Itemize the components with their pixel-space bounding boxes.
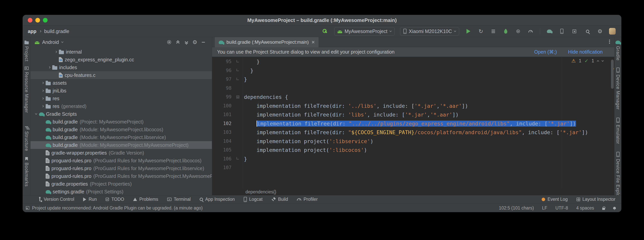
tree-item-assets[interactable]: assets	[30, 79, 212, 87]
tool-window-switcher-icon[interactable]	[26, 206, 29, 210]
tree-chevron[interactable]	[40, 106, 46, 107]
tool-window-button-build[interactable]: Build	[272, 197, 288, 202]
next-problem-button[interactable]	[602, 60, 604, 62]
tree-item-res-generated[interactable]: res(generated)	[30, 102, 212, 110]
tool-button-bookmarks[interactable]: Bookmarks	[24, 157, 29, 186]
avatar-button[interactable]	[608, 28, 616, 35]
editor-scrollbar[interactable]	[610, 57, 614, 188]
editor-options-button[interactable]	[609, 40, 610, 44]
tree-item-res[interactable]: res	[30, 94, 212, 102]
tree-chevron[interactable]	[46, 66, 52, 68]
upgrade-wrench-button[interactable]	[321, 28, 329, 35]
settings-button[interactable]: ⚙	[596, 28, 604, 35]
notifications-bell-icon[interactable]	[613, 207, 616, 209]
code-line-98[interactable]: 98	[212, 84, 614, 93]
expand-all-button[interactable]	[182, 39, 190, 46]
project-view-mode[interactable]: Android	[42, 40, 59, 45]
search-button[interactable]	[584, 28, 591, 35]
breadcrumb-file[interactable]: build.gradle	[44, 28, 69, 34]
tool-button-emulator[interactable]: Emulator	[615, 118, 620, 144]
scrollbar-thumb[interactable]	[611, 60, 614, 89]
tree-item-zego-express-engine-plugin-cc[interactable]: zego_express_engine_plugin.cc	[30, 56, 212, 64]
code-line-97[interactable]: 97}	[212, 75, 614, 84]
tree-item-gradle-wrapper-properties-gradle-version[interactable]: gradle-wrapper.properties(Gradle Version…	[30, 149, 212, 157]
lock-icon[interactable]	[602, 208, 605, 210]
tree-item-internal[interactable]: internal	[30, 48, 212, 56]
profile-list-button[interactable]	[490, 28, 497, 35]
passed-count[interactable]: 1	[592, 58, 594, 64]
tool-window-button-terminal[interactable]: Terminal	[167, 197, 191, 202]
hide-notification-link[interactable]: Hide notification	[568, 49, 603, 55]
tree-chevron[interactable]	[40, 90, 46, 92]
tree-item-proguard-rules-pro-proguard-rules-for-myawesomeproject-libcocos[interactable]: proguard-rules.pro(ProGuard Rules for My…	[30, 157, 212, 164]
editor-tab-build-gradle[interactable]: build.gradle (:MyAwesomeProject:main)	[215, 37, 318, 47]
tree-chevron[interactable]	[33, 114, 39, 114]
device-manager-button[interactable]	[558, 28, 566, 35]
tool-window-button-problems[interactable]: Problems	[133, 197, 158, 202]
line-ending[interactable]: LF	[542, 206, 547, 211]
restart-button[interactable]: ↻	[477, 28, 485, 35]
tool-window-button-app-inspection[interactable]: App Inspection	[200, 197, 235, 202]
profiler-gauge-button[interactable]	[527, 28, 534, 35]
open-project-structure-link[interactable]: Open (⌘;)	[534, 49, 557, 55]
tool-window-button-logcat[interactable]: Logcat	[244, 197, 262, 202]
tree-item-jnilibs[interactable]: jniLibs	[30, 87, 212, 94]
close-icon[interactable]	[312, 40, 314, 44]
tree-chevron[interactable]	[40, 82, 46, 84]
code-line-102[interactable]: 102 implementation fileTree(dir: "../../…	[212, 119, 614, 128]
tree-item-settings-gradle-project-settings[interactable]: settings.gradle(Project Settings)	[30, 188, 212, 195]
tree-item-cpu-features-c[interactable]: cpu-features.c	[30, 71, 212, 79]
locate-button[interactable]	[165, 39, 174, 46]
debug-bug-button[interactable]	[502, 28, 510, 35]
close-button[interactable]	[28, 18, 32, 22]
collapse-all-button[interactable]	[174, 39, 182, 46]
tool-window-button-layout-inspector[interactable]: Layout Inspector	[576, 197, 616, 202]
tool-window-button-event-log[interactable]: Event Log	[542, 197, 568, 202]
tool-button-device-manager[interactable]: Device Manager	[615, 68, 620, 110]
tree-item-build-gradle-module-myawesomeproject-myawesomeproject[interactable]: build.gradle(Module: MyAwesomeProject.My…	[30, 141, 212, 149]
zoom-button[interactable]	[43, 18, 48, 22]
tree-item-proguard-rules-pro-proguard-rules-for-myawesomeproject-myawesomeproject[interactable]: proguard-rules.pro(ProGuard Rules for My…	[30, 172, 212, 180]
tool-button-project[interactable]: Project	[24, 40, 29, 62]
tool-window-button-version-control[interactable]: Version Control	[38, 197, 74, 202]
sdk-manager-button[interactable]	[570, 28, 578, 35]
status-message[interactable]: Project update recommended: Android Grad…	[32, 206, 202, 211]
attach-button[interactable]	[514, 28, 522, 35]
code-line-104[interactable]: 104 implementation project(':libservice'…	[212, 137, 614, 146]
tool-window-button-profiler[interactable]: Profiler	[297, 197, 318, 202]
tree-item-includes[interactable]: includes	[30, 64, 212, 71]
fold-open-icon[interactable]	[236, 96, 239, 98]
tool-button-resource-manager[interactable]: Resource Manager	[24, 66, 29, 113]
code-line-101[interactable]: 101 implementation fileTree(dir: 'libs',…	[212, 110, 614, 119]
tool-button-gradle[interactable]: Gradle	[615, 40, 620, 60]
run-button[interactable]	[464, 28, 472, 35]
tree-item-build-gradle-module-myawesomeproject-libcocos[interactable]: build.gradle(Module: MyAwesomeProject.li…	[30, 126, 212, 134]
hide-button[interactable]	[199, 39, 208, 46]
tree-item-gradle-properties-project-properties[interactable]: gradle.properties(Project Properties)	[30, 180, 212, 188]
previous-problem-button[interactable]	[597, 60, 599, 62]
tree-item-build-gradle-project-myawesomeproject[interactable]: build.gradle(Project: MyAwesomeProject)	[30, 118, 212, 126]
minimize-button[interactable]	[35, 18, 40, 22]
warning-count[interactable]: 1	[579, 58, 581, 64]
code-line-105[interactable]: 105 implementation project(':libcocos')	[212, 146, 614, 154]
tool-window-button-run[interactable]: Run	[83, 197, 97, 202]
tool-window-button-todo[interactable]: TODO	[106, 197, 124, 202]
code-line-100[interactable]: 100 implementation fileTree(dir: '../lib…	[212, 102, 614, 110]
file-encoding[interactable]: UTF-8	[556, 206, 568, 211]
run-configuration-select[interactable]: MyAwesomeProject	[334, 27, 394, 36]
chevron-down-icon[interactable]	[61, 40, 64, 43]
settings-button[interactable]: ⚙	[190, 39, 199, 46]
code-line-99[interactable]: 99dependencies {	[212, 92, 614, 102]
tree-chevron[interactable]	[40, 98, 46, 99]
gradle-sync-button[interactable]	[546, 28, 553, 35]
tree-item-proguard-rules-pro-proguard-rules-for-myawesomeproject-libservice[interactable]: proguard-rules.pro(ProGuard Rules for My…	[30, 164, 212, 172]
code-line-103[interactable]: 103 implementation fileTree(dir: "${COCO…	[212, 128, 614, 137]
breadcrumb-dependencies[interactable]: dependencies{}	[246, 189, 276, 194]
device-select[interactable]: Xiaomi M2012K10C	[400, 27, 459, 36]
tree-chevron[interactable]	[53, 51, 59, 52]
code-line-106[interactable]: 106}	[212, 154, 614, 164]
code-line-96[interactable]: 96 }	[212, 66, 614, 75]
tool-button-structure[interactable]: Structure	[24, 126, 29, 151]
code-area[interactable]: 95 }96 }97}9899dependencies {100 impleme…	[212, 57, 614, 188]
caret-position[interactable]: 102:5 (101 chars)	[499, 206, 534, 211]
